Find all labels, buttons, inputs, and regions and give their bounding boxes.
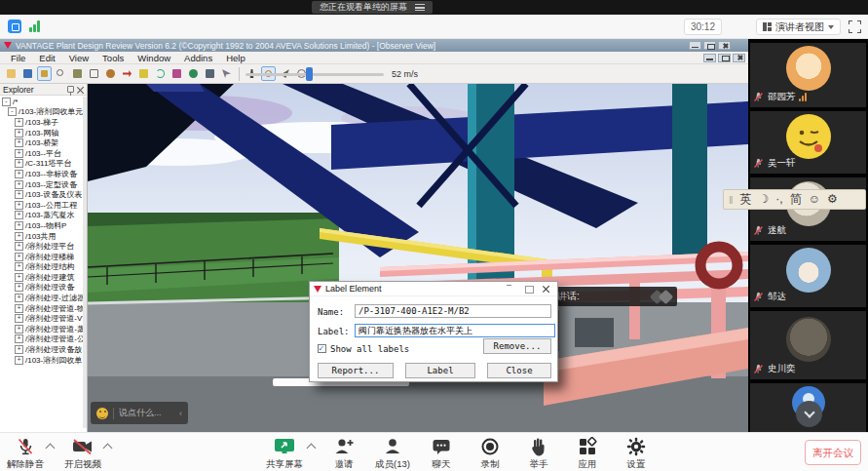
label-field[interactable] [355, 324, 555, 337]
tree-item[interactable]: /溶剂处理管道-物 [0, 303, 83, 314]
raise-hand-button[interactable]: 举手 [519, 437, 558, 471]
remove-button[interactable]: Remove... [483, 338, 551, 354]
participant-tile[interactable]: 吴一轩 [750, 111, 866, 174]
rotate-icon[interactable] [153, 66, 168, 81]
apps-button[interactable]: 应用 [568, 437, 607, 471]
quick-chat-bar[interactable]: 说点什么... ‹ [91, 402, 188, 424]
tree-item[interactable]: /溶剂处理楼梯 [0, 252, 83, 262]
perspective-icon[interactable] [37, 66, 52, 81]
tree-item[interactable]: /103--公用工程 [0, 200, 83, 211]
window-close-button[interactable] [718, 41, 731, 50]
save-icon[interactable] [20, 66, 35, 81]
ime-simplified-toggle[interactable]: 简 [790, 190, 802, 209]
dialog-titlebar[interactable]: Label Element [310, 282, 557, 296]
child-close-button[interactable] [733, 54, 745, 62]
menu-addins[interactable]: Addins [177, 53, 219, 63]
ime-language-toggle[interactable]: 英 [740, 190, 752, 209]
tree-item[interactable]: /溶剂处理管道-VT [0, 313, 83, 324]
tree-item[interactable]: /溶剂处理-过滤器 [0, 293, 83, 303]
tree-item[interactable]: /103-梯子 [0, 117, 83, 128]
show-all-labels-checkbox[interactable] [318, 344, 326, 353]
leave-meeting-button[interactable]: 离开会议 [805, 440, 861, 465]
chat-collapse-icon[interactable]: ‹ [179, 409, 182, 418]
speed-slider-thumb[interactable] [306, 67, 313, 81]
open-icon[interactable] [4, 66, 19, 81]
box-select-icon[interactable] [87, 66, 101, 81]
tree-item[interactable]: /溶剂处理建筑 [0, 272, 83, 283]
settings-button[interactable]: 设置 [617, 437, 656, 471]
chat-button[interactable]: 聊天 [422, 437, 461, 471]
tree-item[interactable]: /溶剂处理管道-公 [0, 334, 83, 345]
tree-item[interactable]: /溶剂处理结构 [0, 262, 83, 273]
snap-icon[interactable] [136, 66, 151, 81]
tree-item[interactable]: /溶剂处理设备 [0, 283, 83, 294]
members-button[interactable]: 成员(13) [373, 437, 412, 471]
view-mode-button[interactable]: 演讲者视图 [756, 19, 841, 35]
close-button[interactable]: Close [487, 363, 551, 378]
pick-icon[interactable] [219, 66, 234, 81]
tree-item[interactable]: /103--平台 [0, 148, 83, 159]
tree-item[interactable]: /溶剂处理管道-蒸 [0, 324, 83, 334]
report-button[interactable]: Report... [318, 363, 394, 378]
meeting-security-icon[interactable] [8, 20, 21, 33]
invite-button[interactable]: 邀请 [324, 437, 363, 471]
orbit-icon[interactable] [103, 66, 118, 81]
name-field[interactable] [355, 304, 551, 318]
ime-punctuation-icon[interactable]: ·, [775, 190, 782, 209]
tree-item[interactable]: /* [0, 97, 83, 107]
sidebar-collapse-button[interactable] [796, 401, 822, 427]
tree-item[interactable]: /103-设备及仪表 [0, 189, 83, 200]
window-maximize-button[interactable] [703, 41, 716, 50]
participant-tile[interactable]: 邵园芳 [750, 43, 866, 107]
ime-settings-icon[interactable]: ⚙ [827, 190, 838, 209]
banner-menu-icon[interactable] [415, 4, 425, 11]
tree-item[interactable]: /103--非标设备 [0, 169, 83, 179]
explorer-close-icon[interactable] [77, 86, 84, 93]
menu-edit[interactable]: Edit [32, 53, 61, 63]
menu-tools[interactable]: Tools [95, 53, 131, 63]
menu-help[interactable]: Help [219, 53, 252, 63]
dialog-close-icon[interactable] [540, 284, 553, 294]
label-button[interactable]: Label [405, 363, 475, 378]
share-options-caret[interactable] [307, 444, 317, 453]
menu-window[interactable]: Window [131, 53, 177, 63]
menu-view[interactable]: View [62, 53, 95, 63]
video-options-caret[interactable] [103, 444, 113, 453]
participant-tile[interactable]: 史川奕 [750, 311, 866, 379]
unmute-button[interactable]: 解除静音 [6, 437, 45, 471]
ime-emoji-icon[interactable]: ☺ [809, 190, 820, 209]
participant-tile[interactable]: 邹达 [750, 245, 866, 307]
speed-slider-track[interactable] [245, 73, 384, 76]
tree-item[interactable]: /103--定型设备 [0, 179, 83, 190]
tree-item[interactable]: /C-311塔平台 [0, 159, 83, 170]
fullscreen-icon[interactable] [849, 20, 861, 33]
record-button[interactable]: 录制 [471, 437, 509, 471]
measure-icon[interactable] [170, 66, 184, 81]
goto-icon[interactable] [120, 66, 134, 81]
tree-item[interactable]: /103-溶剂回收单 [0, 355, 83, 366]
tree-item[interactable]: /溶剂处理设备放 [0, 344, 83, 355]
start-video-button[interactable]: 开启视频 [63, 437, 102, 471]
tree-item[interactable]: /溶剂处理平台 [0, 241, 83, 252]
share-screen-button[interactable]: 共享屏幕 [265, 437, 304, 471]
menu-file[interactable]: File [4, 53, 32, 63]
tree-item[interactable]: /103--物料P [0, 220, 83, 231]
chat-input-placeholder[interactable]: 说点什么... [119, 407, 174, 419]
dialog-minimize-button[interactable] [505, 284, 518, 294]
tree-item[interactable]: /103-桥架 [0, 137, 83, 148]
explorer-scrollbar[interactable] [83, 97, 87, 428]
tree-item[interactable]: /103-网轴 [0, 128, 83, 138]
zoom-icon[interactable] [54, 66, 68, 81]
pin-icon[interactable] [67, 86, 74, 93]
clip-icon[interactable] [203, 66, 217, 81]
emoji-icon[interactable] [96, 408, 108, 419]
child-restore-button[interactable] [718, 54, 731, 62]
pan-icon[interactable] [70, 66, 85, 81]
child-minimize-button[interactable] [703, 54, 716, 62]
tree-item[interactable]: /103-蒸汽凝水 [0, 211, 83, 221]
mute-options-caret[interactable] [46, 444, 56, 453]
dialog-maximize-button[interactable] [522, 284, 536, 294]
tree-item[interactable]: /103共用 [0, 231, 83, 242]
tree-item[interactable]: /103-溶剂回收单元 [0, 107, 83, 118]
window-minimize-button[interactable] [689, 41, 701, 50]
